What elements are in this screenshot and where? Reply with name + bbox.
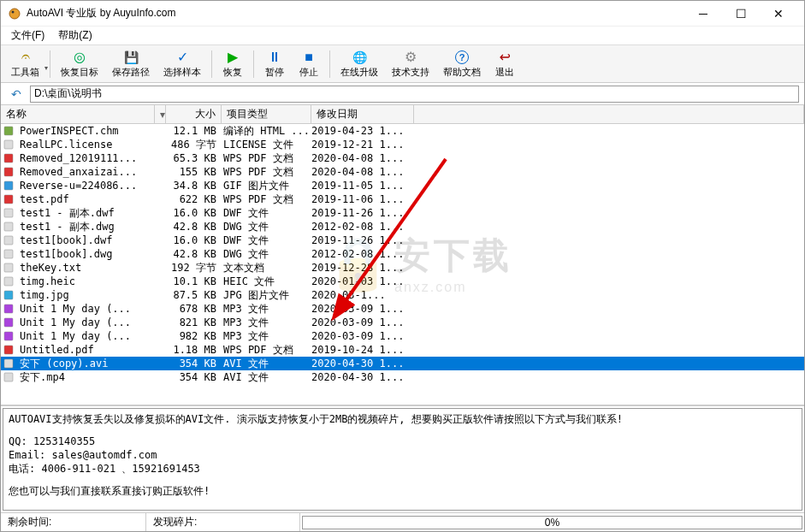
target-icon [69,50,90,65]
svg-point-1 [12,10,15,13]
file-icon [3,234,15,246]
file-type: AVI 文件 [220,357,308,371]
file-row[interactable]: timg.heic10.1 KBHEIC 文件2020-01-03 1... [1,275,804,288]
file-row[interactable]: Untitled.pdf1.18 MBWPS PDF 文档2019-10-24 … [1,343,804,357]
file-row[interactable]: test1[book].dwf16.0 KBDWF 文件2019-11-26 1… [1,233,804,247]
file-size: 42.8 KB [167,221,220,233]
svg-rect-5 [4,168,13,176]
sort-indicator[interactable]: ▾ [155,105,166,123]
svg-rect-6 [4,181,13,190]
file-row[interactable]: Reverse-u=224086...34.8 KBGIF 图片文件2019-1… [1,179,804,192]
pause-icon [264,50,285,65]
file-type: WPS PDF 文档 [220,151,308,166]
column-date[interactable]: 修改日期 [311,105,414,123]
file-date: 2020-03-09 1... [308,303,411,315]
file-type: DWF 文件 [220,206,308,221]
app-icon [8,7,21,21]
file-icon [3,166,15,178]
file-type: WPS PDF 文档 [220,343,308,358]
file-name: Untitled.pdf [16,344,167,356]
pause-button[interactable]: 暂停 [257,47,292,80]
minimize-button[interactable]: ─ [684,2,722,26]
svg-rect-8 [4,209,13,217]
info-panel: AUTOAVI支持恢复丢失以及修复损坏的AVI文件. 演示版支持恢复小于2MB的… [3,408,802,511]
file-row[interactable]: timg.jpg87.5 KBJPG 图片文件2020-03-1... [1,288,804,302]
file-row[interactable]: 安下 (copy).avi354 KBAVI 文件2020-04-30 1... [1,357,804,370]
file-size: 16.0 KB [167,207,220,219]
file-row[interactable]: RealLPC.license486 字节LICENSE 文件2019-12-2… [1,138,804,151]
file-row[interactable]: Unit 1 My day (...982 KBMP3 文件2020-03-09… [1,329,804,343]
select-sample-button[interactable]: 选择样本 [157,47,208,80]
status-remain: 剩余时间: [1,513,146,531]
info-description: AUTOAVI支持恢复丢失以及修复损坏的AVI文件. 演示版支持恢复小于2MB的… [9,412,796,426]
file-name: theKey.txt [16,262,167,274]
file-row[interactable]: theKey.txt192 字节文本文档2019-12-28 1... [1,261,804,275]
menu-help[interactable]: 帮助(Z) [51,27,98,44]
svg-rect-4 [4,154,13,163]
file-row[interactable]: PowerINSPECT.chm12.1 MB编译的 HTML ...2019-… [1,124,804,138]
file-name: test1 - 副本.dwg [16,220,167,234]
svg-rect-9 [4,222,13,231]
stop-icon [299,50,319,65]
file-icon [3,358,15,369]
recover-target-button[interactable]: 恢复目标 [54,47,105,80]
online-upgrade-button[interactable]: 在线升级 [334,47,385,80]
close-button[interactable]: ✕ [760,2,797,26]
exit-button[interactable]: 退出 [488,47,522,80]
file-row[interactable]: Removed_12019111...65.3 KBWPS PDF 文档2020… [1,151,804,165]
status-fragments: 发现碎片: [146,513,300,531]
menu-bar: 文件(F) 帮助(Z) [1,27,804,45]
svg-rect-18 [4,346,13,354]
file-date: 2019-12-28 1... [308,262,411,274]
file-size: 42.8 KB [167,248,220,260]
info-contact: 您也可以与我们直接联系直接订购正版软件! [9,484,796,498]
progress-bar: 0% [302,516,802,529]
tech-support-button[interactable]: 技术支持 [385,47,436,80]
menu-file[interactable]: 文件(F) [4,27,51,44]
svg-rect-12 [4,263,13,272]
file-name: Removed_12019111... [16,152,167,164]
save-path-button[interactable]: 保存路径 [105,47,157,80]
file-icon [3,221,15,233]
maximize-button[interactable]: ☐ [722,2,760,26]
svg-rect-17 [4,332,13,340]
toolbox-button[interactable]: 工具箱 ▾ [4,47,46,80]
svg-rect-16 [4,318,13,327]
file-name: timg.heic [16,275,167,287]
file-row[interactable]: 安下.mp4354 KBAVI 文件2020-04-30 1... [1,370,804,384]
file-row[interactable]: Removed_anxaizai...155 KBWPS PDF 文档2020-… [1,165,804,179]
file-name: test1 - 副本.dwf [16,206,167,221]
file-row[interactable]: test1[book].dwg42.8 KBDWG 文件2012-02-08 1… [1,247,804,261]
column-name[interactable]: 名称 [1,105,155,123]
svg-rect-7 [4,195,13,204]
file-date: 2019-12-21 1... [308,139,411,151]
file-type: LICENSE 文件 [220,138,308,152]
toolbar: 工具箱 ▾ 恢复目标 保存路径 选择样本 恢复 暂停 停止 [1,45,804,83]
column-size[interactable]: 大小 [166,105,222,123]
file-icon [3,262,15,274]
file-row[interactable]: Unit 1 My day (...821 KBMP3 文件2020-03-09… [1,316,804,329]
file-row[interactable]: test.pdf622 KBWPS PDF 文档2019-11-06 1... [1,192,804,206]
info-email: Email: sales@automdf.com [9,448,796,462]
svg-rect-3 [4,140,13,149]
window-title: AutoAVI 专业版 by AuyuInfo.com [27,6,684,21]
back-button[interactable]: ↶ [6,86,27,103]
file-row[interactable]: Unit 1 My day (...678 KBMP3 文件2020-03-09… [1,302,804,316]
status-bar: 剩余时间: 发现碎片: 0% [1,512,804,531]
file-type: MP3 文件 [220,316,308,330]
stop-button[interactable]: 停止 [292,47,326,80]
file-list: 名称 ▾ 大小 项目类型 修改日期 PowerINSPECT.chm12.1 M… [1,105,804,406]
file-name: Unit 1 My day (... [16,330,167,342]
path-input[interactable] [30,86,799,103]
file-row[interactable]: test1 - 副本.dwf16.0 KBDWF 文件2019-11-26 1.… [1,206,804,220]
file-type: 文本文档 [220,261,308,275]
list-body[interactable]: PowerINSPECT.chm12.1 MB编译的 HTML ...2019-… [1,124,804,405]
file-row[interactable]: test1 - 副本.dwg42.8 KBDWG 文件2012-02-08 1.… [1,220,804,233]
file-date: 2020-01-03 1... [308,275,411,287]
file-size: 622 KB [167,193,220,205]
column-type[interactable]: 项目类型 [222,105,311,123]
svg-rect-14 [4,291,13,299]
file-size: 10.1 KB [167,275,220,287]
help-doc-button[interactable]: 帮助文档 [436,47,488,80]
recover-button[interactable]: 恢复 [216,47,250,80]
